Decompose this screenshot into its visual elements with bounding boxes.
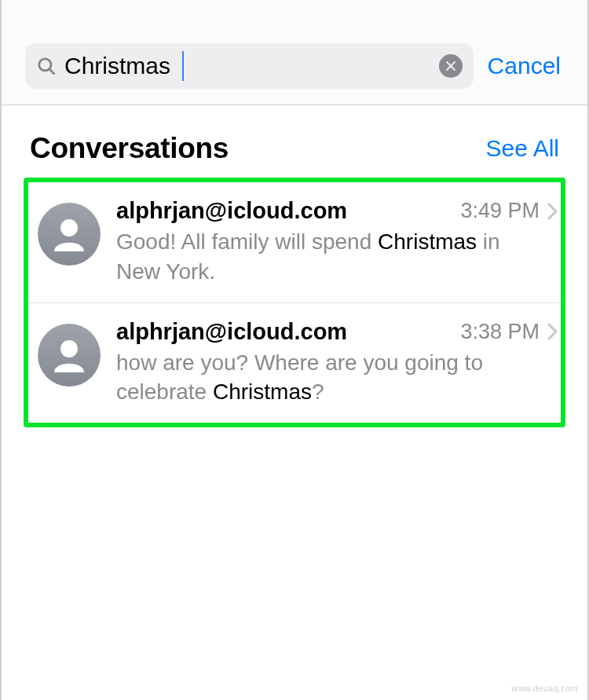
conversation-sender: alphrjan@icloud.com [116,198,347,224]
search-icon [36,56,57,76]
section-header: Conversations See All [2,105,587,178]
avatar [38,203,101,266]
avatar [38,324,101,387]
conversation-row[interactable]: alphrjan@icloud.com 3:49 PM Good! All fa… [28,182,561,302]
search-input[interactable] [64,53,439,79]
svg-point-4 [60,219,78,236]
clear-search-button[interactable] [439,54,463,78]
chevron-right-icon [547,323,558,340]
conversation-content: alphrjan@icloud.com 3:49 PM Good! All fa… [116,198,558,287]
search-field[interactable] [25,43,474,89]
text-caret [182,51,184,81]
conversation-sender: alphrjan@icloud.com [116,319,347,345]
chevron-right-icon [547,203,558,220]
see-all-button[interactable]: See All [486,135,559,162]
conversation-time: 3:38 PM [460,320,540,344]
conversation-time: 3:49 PM [460,199,540,223]
search-match: Christmas [378,229,477,254]
search-bar: Cancel [2,0,587,105]
search-match: Christmas [213,379,312,404]
search-input-wrap [64,53,439,79]
svg-line-1 [49,69,53,73]
conversation-row[interactable]: alphrjan@icloud.com 3:38 PM how are you?… [28,302,561,423]
conversation-preview: Good! All family will spend Christmas in… [116,227,558,287]
svg-point-5 [60,340,78,357]
conversation-content: alphrjan@icloud.com 3:38 PM how are you?… [116,319,558,408]
conversation-preview: how are you? Where are you going to cele… [116,348,558,408]
watermark: www.deuaq.com [511,684,578,693]
section-title: Conversations [30,132,229,165]
cancel-button[interactable]: Cancel [488,53,564,79]
results-highlight: alphrjan@icloud.com 3:49 PM Good! All fa… [24,178,565,427]
